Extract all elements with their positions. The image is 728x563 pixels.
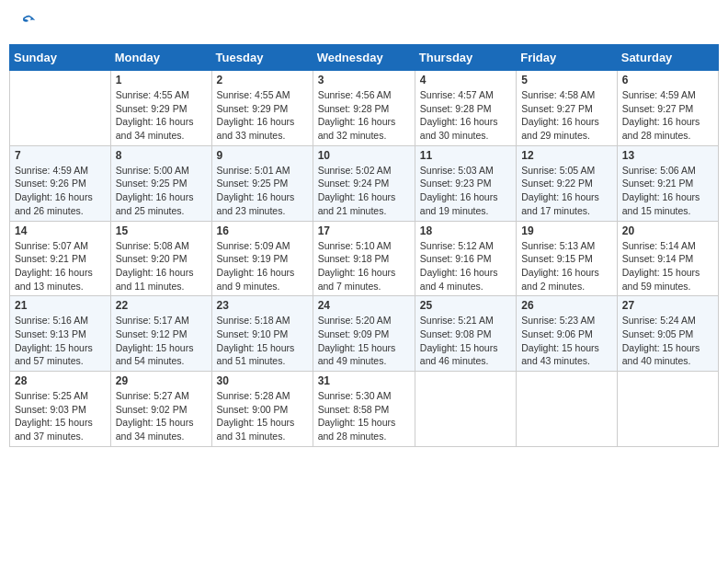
calendar-week-row: 7Sunrise: 4:59 AM Sunset: 9:26 PM Daylig… (10, 145, 719, 221)
day-info: Sunrise: 5:12 AM Sunset: 9:16 PM Dayligh… (420, 239, 511, 293)
calendar-cell: 1Sunrise: 4:55 AM Sunset: 9:29 PM Daylig… (110, 71, 211, 146)
day-number: 20 (622, 224, 713, 237)
day-number: 5 (521, 74, 612, 86)
calendar-cell (517, 372, 618, 447)
day-number: 18 (420, 224, 511, 237)
day-number: 22 (116, 299, 207, 312)
column-header-friday: Friday (517, 45, 618, 71)
column-header-sunday: Sunday (10, 45, 111, 71)
calendar-cell: 10Sunrise: 5:02 AM Sunset: 9:24 PM Dayli… (313, 145, 415, 221)
day-info: Sunrise: 4:56 AM Sunset: 9:28 PM Dayligh… (318, 88, 410, 143)
day-info: Sunrise: 5:20 AM Sunset: 9:09 PM Dayligh… (318, 314, 410, 368)
calendar-week-row: 28Sunrise: 5:25 AM Sunset: 9:03 PM Dayli… (10, 372, 719, 447)
calendar-cell: 2Sunrise: 4:55 AM Sunset: 9:29 PM Daylig… (211, 71, 313, 146)
calendar-cell: 28Sunrise: 5:25 AM Sunset: 9:03 PM Dayli… (10, 372, 111, 447)
day-number: 6 (622, 74, 713, 86)
day-number: 30 (217, 374, 308, 387)
column-header-thursday: Thursday (415, 45, 516, 71)
calendar-cell: 26Sunrise: 5:23 AM Sunset: 9:06 PM Dayli… (517, 296, 618, 372)
day-number: 11 (420, 149, 511, 162)
calendar-cell: 17Sunrise: 5:10 AM Sunset: 9:18 PM Dayli… (313, 221, 415, 296)
day-number: 24 (318, 299, 410, 312)
calendar-cell: 21Sunrise: 5:16 AM Sunset: 9:13 PM Dayli… (10, 296, 111, 372)
day-number: 16 (217, 224, 308, 237)
day-number: 9 (217, 149, 308, 162)
day-info: Sunrise: 5:10 AM Sunset: 9:18 PM Dayligh… (318, 239, 410, 293)
calendar-cell: 24Sunrise: 5:20 AM Sunset: 9:09 PM Dayli… (313, 296, 415, 372)
calendar-cell: 30Sunrise: 5:28 AM Sunset: 9:00 PM Dayli… (211, 372, 313, 447)
day-info: Sunrise: 5:30 AM Sunset: 8:58 PM Dayligh… (318, 389, 410, 443)
day-info: Sunrise: 4:57 AM Sunset: 9:28 PM Dayligh… (420, 88, 511, 143)
calendar-cell: 7Sunrise: 4:59 AM Sunset: 9:26 PM Daylig… (10, 145, 111, 221)
day-number: 14 (15, 224, 106, 237)
calendar-cell: 22Sunrise: 5:17 AM Sunset: 9:12 PM Dayli… (110, 296, 211, 372)
calendar-cell: 6Sunrise: 4:59 AM Sunset: 9:27 PM Daylig… (617, 71, 718, 146)
calendar-cell (617, 372, 718, 447)
day-info: Sunrise: 5:06 AM Sunset: 9:21 PM Dayligh… (622, 164, 713, 218)
day-number: 13 (622, 149, 713, 162)
day-info: Sunrise: 5:16 AM Sunset: 9:13 PM Dayligh… (15, 314, 106, 368)
calendar-header-row: SundayMondayTuesdayWednesdayThursdayFrid… (10, 45, 719, 71)
calendar-cell: 9Sunrise: 5:01 AM Sunset: 9:25 PM Daylig… (211, 145, 313, 221)
calendar-cell: 8Sunrise: 5:00 AM Sunset: 9:25 PM Daylig… (110, 145, 211, 221)
calendar-week-row: 14Sunrise: 5:07 AM Sunset: 9:21 PM Dayli… (10, 221, 719, 296)
day-info: Sunrise: 5:05 AM Sunset: 9:22 PM Dayligh… (521, 164, 612, 218)
day-info: Sunrise: 5:07 AM Sunset: 9:21 PM Dayligh… (15, 239, 106, 293)
day-info: Sunrise: 5:14 AM Sunset: 9:14 PM Dayligh… (622, 239, 713, 293)
day-number: 27 (622, 299, 713, 312)
calendar-cell: 23Sunrise: 5:18 AM Sunset: 9:10 PM Dayli… (211, 296, 313, 372)
day-number: 15 (116, 224, 207, 237)
day-info: Sunrise: 4:55 AM Sunset: 9:29 PM Dayligh… (116, 88, 207, 143)
column-header-wednesday: Wednesday (313, 45, 415, 71)
day-number: 29 (116, 374, 207, 387)
day-info: Sunrise: 5:02 AM Sunset: 9:24 PM Dayligh… (318, 164, 410, 218)
day-info: Sunrise: 4:58 AM Sunset: 9:27 PM Dayligh… (521, 88, 612, 143)
day-info: Sunrise: 5:18 AM Sunset: 9:10 PM Dayligh… (217, 314, 308, 368)
column-header-saturday: Saturday (617, 45, 718, 71)
calendar-cell: 16Sunrise: 5:09 AM Sunset: 9:19 PM Dayli… (211, 221, 313, 296)
calendar-table: SundayMondayTuesdayWednesdayThursdayFrid… (9, 44, 719, 447)
day-info: Sunrise: 5:17 AM Sunset: 9:12 PM Dayligh… (116, 314, 207, 368)
day-info: Sunrise: 4:59 AM Sunset: 9:27 PM Dayligh… (622, 88, 713, 143)
calendar-cell: 18Sunrise: 5:12 AM Sunset: 9:16 PM Dayli… (415, 221, 516, 296)
day-number: 4 (420, 74, 511, 86)
calendar-cell: 14Sunrise: 5:07 AM Sunset: 9:21 PM Dayli… (10, 221, 111, 296)
day-info: Sunrise: 5:24 AM Sunset: 9:05 PM Dayligh… (622, 314, 713, 368)
day-number: 3 (318, 74, 410, 86)
day-number: 10 (318, 149, 410, 162)
calendar-cell: 20Sunrise: 5:14 AM Sunset: 9:14 PM Dayli… (617, 221, 718, 296)
day-number: 17 (318, 224, 410, 237)
calendar-cell: 19Sunrise: 5:13 AM Sunset: 9:15 PM Dayli… (517, 221, 618, 296)
logo (18, 14, 37, 30)
day-number: 19 (521, 224, 612, 237)
day-number: 2 (217, 74, 308, 86)
day-info: Sunrise: 4:59 AM Sunset: 9:26 PM Dayligh… (15, 164, 106, 218)
calendar-cell: 12Sunrise: 5:05 AM Sunset: 9:22 PM Dayli… (517, 145, 618, 221)
day-info: Sunrise: 4:55 AM Sunset: 9:29 PM Dayligh… (217, 88, 308, 143)
calendar-cell: 11Sunrise: 5:03 AM Sunset: 9:23 PM Dayli… (415, 145, 516, 221)
calendar-week-row: 21Sunrise: 5:16 AM Sunset: 9:13 PM Dayli… (10, 296, 719, 372)
day-number: 31 (318, 374, 410, 387)
day-info: Sunrise: 5:23 AM Sunset: 9:06 PM Dayligh… (521, 314, 612, 368)
calendar-cell (415, 372, 516, 447)
column-header-tuesday: Tuesday (211, 45, 313, 71)
day-info: Sunrise: 5:01 AM Sunset: 9:25 PM Dayligh… (217, 164, 308, 218)
calendar-week-row: 1Sunrise: 4:55 AM Sunset: 9:29 PM Daylig… (10, 71, 719, 146)
day-info: Sunrise: 5:21 AM Sunset: 9:08 PM Dayligh… (420, 314, 511, 368)
calendar-cell: 5Sunrise: 4:58 AM Sunset: 9:27 PM Daylig… (517, 71, 618, 146)
calendar-cell: 3Sunrise: 4:56 AM Sunset: 9:28 PM Daylig… (313, 71, 415, 146)
day-info: Sunrise: 5:27 AM Sunset: 9:02 PM Dayligh… (116, 389, 207, 443)
day-info: Sunrise: 5:25 AM Sunset: 9:03 PM Dayligh… (15, 389, 106, 443)
calendar-cell: 29Sunrise: 5:27 AM Sunset: 9:02 PM Dayli… (110, 372, 211, 447)
day-number: 1 (116, 74, 207, 86)
day-number: 7 (15, 149, 106, 162)
day-number: 26 (521, 299, 612, 312)
day-number: 12 (521, 149, 612, 162)
logo-bird-icon (20, 14, 37, 30)
calendar-cell: 25Sunrise: 5:21 AM Sunset: 9:08 PM Dayli… (415, 296, 516, 372)
page-header (9, 9, 719, 35)
day-number: 23 (217, 299, 308, 312)
calendar-cell (10, 71, 111, 146)
calendar-cell: 13Sunrise: 5:06 AM Sunset: 9:21 PM Dayli… (617, 145, 718, 221)
day-number: 8 (116, 149, 207, 162)
